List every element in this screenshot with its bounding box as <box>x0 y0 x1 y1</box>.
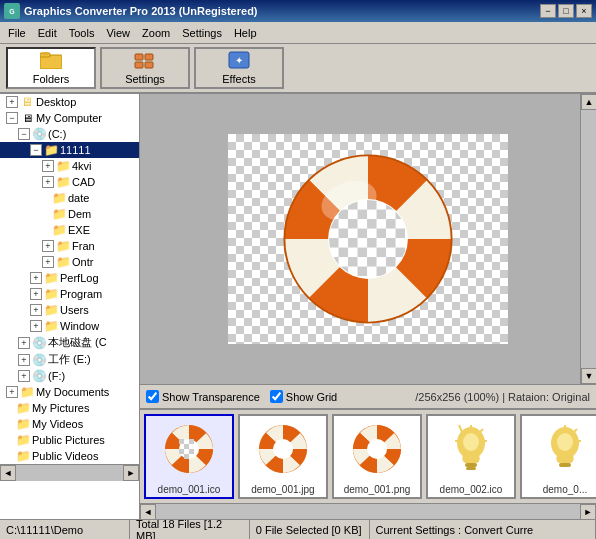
sidebar-item-localdisk[interactable]: + 💿 本地磁盘 (C <box>0 334 139 351</box>
thumbnail-4[interactable]: demo_002.ico <box>426 414 516 499</box>
svg-rect-59 <box>184 454 189 459</box>
myvideos-label: My Videos <box>32 418 83 430</box>
expand-cad[interactable]: + <box>42 176 54 188</box>
menu-view[interactable]: View <box>100 25 136 41</box>
menu-settings[interactable]: Settings <box>176 25 228 41</box>
mycomputer-label: My Computer <box>36 112 102 124</box>
sidebar-item-cdrive[interactable]: − 💿 (C:) <box>0 126 139 142</box>
thumbnail-3[interactable]: demo_001.png <box>332 414 422 499</box>
content-scroll-right[interactable]: ► <box>580 504 596 520</box>
expand-window[interactable]: + <box>30 320 42 332</box>
menu-zoom[interactable]: Zoom <box>136 25 176 41</box>
preview-scroll-up[interactable]: ▲ <box>581 94 596 110</box>
sidebar-item-edrive[interactable]: + 💿 工作 (E:) <box>0 351 139 368</box>
sidebar-item-ontr[interactable]: + 📁 Ontr <box>0 254 139 270</box>
fdrive-label: (F:) <box>48 370 65 382</box>
thumb-5-image <box>535 420 595 478</box>
status-path-text: C:\11111\Demo <box>6 524 83 536</box>
sidebar-item-window[interactable]: + 📁 Window <box>0 318 139 334</box>
show-transparence-checkbox[interactable] <box>146 390 159 403</box>
effects-button[interactable]: ✦ Effects <box>194 47 284 89</box>
sidebar-item-exe[interactable]: 📁 EXE <box>0 222 139 238</box>
expand-perflog[interactable]: + <box>30 272 42 284</box>
window-controls: − □ × <box>540 4 592 18</box>
expand-fdrive[interactable]: + <box>18 370 30 382</box>
expand-ontr[interactable]: + <box>42 256 54 268</box>
menu-help[interactable]: Help <box>228 25 263 41</box>
sidebar-item-publicpictures[interactable]: 📁 Public Pictures <box>0 432 139 448</box>
sidebar-item-11111[interactable]: − 📁 11111 <box>0 142 139 158</box>
sidebar-item-fdrive[interactable]: + 💿 (F:) <box>0 368 139 384</box>
menu-file[interactable]: File <box>2 25 32 41</box>
sidebar-item-mypictures[interactable]: 📁 My Pictures <box>0 400 139 416</box>
expand-program[interactable]: + <box>30 288 42 300</box>
mypictures-label: My Pictures <box>32 402 89 414</box>
sidebar-item-perflog[interactable]: + 📁 PerfLog <box>0 270 139 286</box>
svg-rect-47 <box>367 257 377 267</box>
thumbnail-2[interactable]: demo_001.jpg <box>238 414 328 499</box>
expand-mycomputer[interactable]: − <box>6 112 18 124</box>
sidebar-item-date[interactable]: 📁 date <box>0 190 139 206</box>
maximize-button[interactable]: □ <box>558 4 574 18</box>
sidebar-item-users[interactable]: + 📁 Users <box>0 302 139 318</box>
svg-rect-36 <box>396 229 406 239</box>
show-grid-label[interactable]: Show Grid <box>270 390 337 403</box>
thumbnail-1[interactable]: demo_001.ico <box>144 414 234 499</box>
close-button[interactable]: × <box>576 4 592 18</box>
expand-desktop[interactable]: + <box>6 96 18 108</box>
expand-localdisk[interactable]: + <box>18 337 30 349</box>
toolbar: Folders Settings ✦ Effects <box>0 44 596 94</box>
sidebar-item-fran[interactable]: + 📁 Fran <box>0 238 139 254</box>
sidebar-item-desktop[interactable]: + 🖥 Desktop <box>0 94 139 110</box>
sidebar-scroll-right[interactable]: ► <box>123 465 139 481</box>
expand-11111[interactable]: − <box>30 144 42 156</box>
sidebar-item-4kvi[interactable]: + 📁 4kvi <box>0 158 139 174</box>
sidebar-item-publicvideos[interactable]: 📁 Public Videos <box>0 448 139 464</box>
settings-button[interactable]: Settings <box>100 47 190 89</box>
sidebar-scroll-left[interactable]: ◄ <box>0 465 16 481</box>
expand-4kvi[interactable]: + <box>42 160 54 172</box>
svg-rect-50 <box>358 267 368 277</box>
cdrive-icon: 💿 <box>32 127 46 141</box>
preview-scroll-down[interactable]: ▼ <box>581 368 596 384</box>
settings-icon <box>134 51 156 71</box>
svg-rect-66 <box>466 467 476 470</box>
effects-label: Effects <box>222 73 255 85</box>
preview-scroll-track[interactable] <box>581 110 596 368</box>
svg-line-71 <box>459 425 462 432</box>
folder-exe-label: EXE <box>68 224 90 236</box>
folders-button[interactable]: Folders <box>6 47 96 89</box>
sidebar-item-program[interactable]: + 📁 Program <box>0 286 139 302</box>
minimize-button[interactable]: − <box>540 4 556 18</box>
thumbnail-5[interactable]: demo_0... <box>520 414 596 499</box>
sidebar-item-mycomputer[interactable]: − 🖥 My Computer <box>0 110 139 126</box>
localdisk-label: 本地磁盘 (C <box>48 335 107 350</box>
expand-users[interactable]: + <box>30 304 42 316</box>
show-grid-checkbox[interactable] <box>270 390 283 403</box>
svg-rect-54 <box>179 439 184 444</box>
folder-11111-icon: 📁 <box>44 143 58 157</box>
expand-fran[interactable]: + <box>42 240 54 252</box>
publicvideos-label: Public Videos <box>32 450 98 462</box>
folder-program-label: Program <box>60 288 102 300</box>
folder-window-icon: 📁 <box>44 319 58 333</box>
show-transparence-label[interactable]: Show Transparence <box>146 390 260 403</box>
folder-perflog-icon: 📁 <box>44 271 58 285</box>
svg-rect-27 <box>377 210 387 220</box>
expand-cdrive[interactable]: − <box>18 128 30 140</box>
menu-tools[interactable]: Tools <box>63 25 101 41</box>
svg-rect-41 <box>339 248 349 257</box>
sidebar: + 🖥 Desktop − 🖥 My Computer − 💿 (C:) <box>0 94 140 519</box>
sidebar-item-dem[interactable]: 📁 Dem <box>0 206 139 222</box>
desktop-label: Desktop <box>36 96 76 108</box>
expand-mydocuments[interactable]: + <box>6 386 18 398</box>
sidebar-item-cad[interactable]: + 📁 CAD <box>0 174 139 190</box>
preview-image <box>273 144 463 334</box>
sidebar-item-myvideos[interactable]: 📁 My Videos <box>0 416 139 432</box>
svg-rect-26 <box>358 210 368 220</box>
menu-edit[interactable]: Edit <box>32 25 63 41</box>
sidebar-item-mydocuments[interactable]: + 📁 My Documents <box>0 384 139 400</box>
expand-edrive[interactable]: + <box>18 354 30 366</box>
sidebar-scroll-track[interactable] <box>16 465 123 481</box>
preview-vscroll: ▲ ▼ <box>580 94 596 384</box>
